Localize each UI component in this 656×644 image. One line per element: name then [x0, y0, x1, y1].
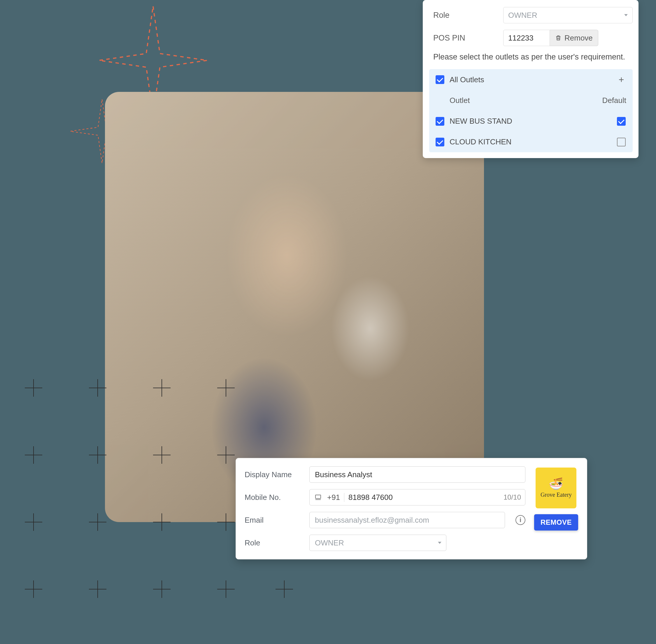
role-select-value: OWNER: [508, 11, 537, 20]
default-column-header: Default: [602, 96, 626, 105]
outlet-default-checkbox[interactable]: [617, 138, 626, 146]
svg-rect-34: [315, 495, 321, 499]
trash-icon: [555, 34, 562, 42]
pos-pin-input[interactable]: 112233: [503, 30, 550, 46]
outlet-name: CLOUD KITCHEN: [450, 137, 611, 146]
mobile-label: Mobile No.: [244, 493, 303, 502]
all-outlets-label: All Outlets: [450, 75, 611, 84]
outlet-checkbox[interactable]: [436, 117, 444, 126]
outlet-list: All Outlets + Outlet Default NEW BUS STA…: [429, 69, 633, 152]
mobile-char-count: 10/10: [499, 493, 525, 501]
outlet-name: NEW BUS STAND: [450, 117, 611, 126]
mobile-input[interactable]: +91 81898 47600 10/10: [309, 489, 525, 505]
brand-logo-icon: 🍜: [549, 478, 563, 490]
outlet-checkbox[interactable]: [436, 138, 444, 146]
display-name-input[interactable]: Business Analyst: [309, 466, 525, 483]
role-select-value: OWNER: [315, 538, 344, 548]
role-select[interactable]: OWNER: [309, 535, 446, 551]
mobile-number-value: 81898 47600: [344, 493, 499, 502]
email-placeholder: businessanalyst.efloz@gmail.com: [315, 516, 429, 525]
display-name-label: Display Name: [244, 470, 303, 479]
remove-brand-button[interactable]: REMOVE: [534, 514, 578, 531]
remove-pin-label: Remove: [564, 33, 593, 43]
all-outlets-checkbox[interactable]: [436, 75, 444, 84]
display-name-value: Business Analyst: [315, 470, 372, 479]
role-select[interactable]: OWNER: [503, 7, 633, 23]
role-outlets-card: Role OWNER POS PIN 112233 Remove Please …: [423, 0, 638, 158]
brand-badge: 🍜 Grove Eatery: [536, 467, 577, 508]
pos-pin-value: 112233: [508, 33, 534, 43]
brand-name: Grove Eatery: [541, 491, 572, 498]
info-icon[interactable]: i: [515, 515, 525, 525]
user-details-card: Display Name Business Analyst Mobile No.…: [236, 458, 587, 559]
outlet-column-header: Outlet: [450, 96, 597, 105]
remove-pin-button[interactable]: Remove: [550, 30, 598, 46]
role-label: Role: [244, 538, 303, 548]
email-label: Email: [244, 516, 303, 525]
add-outlet-button[interactable]: +: [619, 75, 624, 84]
outlet-default-checkbox[interactable]: [617, 117, 626, 126]
chevron-down-icon: [438, 542, 441, 544]
mobile-country-code: +91: [323, 493, 344, 502]
remove-brand-label: REMOVE: [541, 518, 572, 526]
chevron-down-icon: [624, 14, 628, 16]
outlet-instruction: Please select the outlets as per the use…: [433, 52, 633, 62]
role-label: Role: [433, 11, 497, 20]
email-input[interactable]: businessanalyst.efloz@gmail.com: [309, 512, 505, 528]
flag-icon[interactable]: [310, 494, 323, 501]
pos-pin-label: POS PIN: [433, 33, 497, 43]
